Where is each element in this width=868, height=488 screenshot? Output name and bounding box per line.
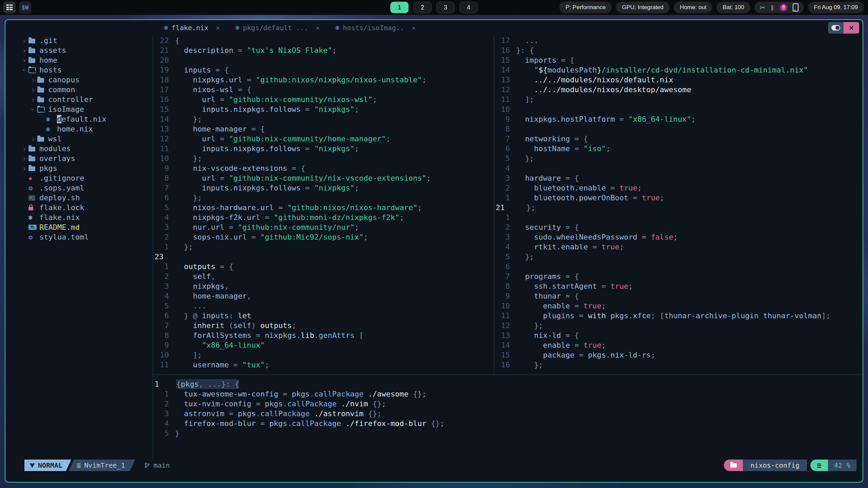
tree-item-overlays[interactable]: ›overlays — [5, 154, 153, 163]
flake-nix-line[interactable]: 6 }; — [153, 193, 494, 203]
isoimage-default-nix-line[interactable]: 15 imports = [ — [494, 55, 863, 65]
workspace-3[interactable]: 3 — [436, 2, 455, 13]
chevron-closed-icon[interactable]: › — [29, 76, 37, 84]
toggle-button[interactable] — [828, 22, 844, 34]
isoimage-default-nix-line[interactable]: 5 }; — [494, 154, 863, 163]
pkgs-default-nix-line[interactable]: 3 astronvim = pkgs.callPackage ./astronv… — [153, 409, 863, 419]
chevron-closed-icon[interactable]: › — [20, 46, 28, 55]
tab-close-icon[interactable]: × — [216, 24, 220, 32]
tree-item-home[interactable]: ›home — [5, 55, 153, 65]
tab-flake-nix[interactable]: ❄flake.nix× — [159, 20, 225, 36]
isoimage-default-nix-line[interactable]: 4 rtkit.enable = true; — [494, 242, 863, 252]
tree-item-wsl[interactable]: ›wsl — [5, 134, 153, 144]
tree-item-canopus[interactable]: ›canopus — [5, 75, 153, 85]
phone-icon[interactable] — [793, 3, 798, 12]
isoimage-default-nix-line[interactable]: 10 — [494, 104, 863, 114]
tree-item-controller[interactable]: ›controller — [5, 95, 153, 104]
pkgs-default-nix-line[interactable]: 2 tux-nvim-config = pkgs.callPackage ./n… — [153, 399, 863, 409]
flake-nix-line[interactable]: 22{ — [153, 36, 494, 45]
workspace-1[interactable]: 1 — [390, 2, 409, 13]
isoimage-default-nix-line[interactable]: 3 sudo.wheelNeedsPassword = false; — [494, 232, 863, 242]
isoimage-default-nix-line[interactable]: 6 — [494, 262, 863, 271]
flake-nix-line[interactable]: 7 inputs.nixpkgs.follows = "nixpkgs"; — [153, 183, 494, 193]
flake-nix-line[interactable]: 18 nixpkgs.url = "github:nixos/nixpkgs/n… — [153, 75, 494, 85]
chevron-closed-icon[interactable]: › — [29, 96, 37, 104]
chevron-closed-icon[interactable]: › — [20, 56, 28, 64]
tree-item--gitignore[interactable]: ◆.gitignore — [5, 173, 153, 183]
isoimage-default-nix-line[interactable]: 15 package = pkgs.nix-ld-rs; — [494, 350, 863, 360]
tree-item-modules[interactable]: ›modules — [5, 144, 153, 154]
isoimage-default-nix-line[interactable]: 9 nixpkgs.hostPlatform = "x86_64-linux"; — [494, 114, 863, 124]
isoimage-default-nix-line[interactable]: 8 — [494, 124, 863, 134]
flake-nix-line[interactable]: 7 inherit (self) outputs; — [153, 321, 494, 330]
isoimage-default-nix-line[interactable]: 12 ../../modules/nixos/desktop/awesome — [494, 85, 863, 95]
pkgs-default-nix-line[interactable]: 4 firefox-mod-blur = pkgs.callPackage ./… — [153, 419, 863, 428]
isoimage-default-nix-line[interactable]: 7 networking = { — [494, 134, 863, 144]
pkgs-default-nix-line[interactable]: 1 tux-awesome-wm-config = pkgs.callPacka… — [153, 389, 863, 399]
isoimage-default-nix-line[interactable]: 4 — [494, 163, 863, 173]
flake-nix-line[interactable]: 4 home-manager, — [153, 291, 494, 301]
flake-nix-line[interactable]: 1 }; — [153, 242, 494, 252]
isoimage-default-nix-line[interactable]: 14 "${modulesPath}/installer/cd-dvd/inst… — [494, 65, 863, 75]
tree-item-home-nix[interactable]: ❄home.nix — [5, 124, 153, 134]
tree-item-assets[interactable]: ›assets — [5, 45, 153, 55]
chevron-closed-icon[interactable]: › — [20, 37, 28, 45]
flake-nix-line[interactable]: 10 }; — [153, 154, 494, 163]
workspace-4[interactable]: 4 — [459, 2, 478, 13]
isoimage-default-nix-line[interactable]: 11 ]; — [494, 95, 863, 104]
flake-nix-line[interactable]: 8 forAllSystems = nixpkgs.lib.genAttrs [ — [153, 330, 494, 340]
isoimage-default-nix-line[interactable]: 5 }; — [494, 252, 863, 262]
isoimage-default-nix-line[interactable]: 1 bluetooth.powerOnBoot = true; — [494, 193, 863, 203]
flake-nix-line[interactable]: 10 ]; — [153, 350, 494, 360]
isoimage-default-nix-line[interactable]: 21 }; — [494, 203, 863, 212]
chevron-open-icon[interactable]: › — [29, 105, 37, 114]
chevron-open-icon[interactable]: › — [20, 66, 28, 74]
flake-nix-line[interactable]: 21 description = "tux's NixOS Flake"; — [153, 45, 494, 55]
isoimage-default-nix-line[interactable]: 3 hardware = { — [494, 173, 863, 183]
isoimage-default-nix-line[interactable]: 6 hostName = "iso"; — [494, 144, 863, 154]
isoimage-default-nix-line[interactable]: 1 — [494, 212, 863, 222]
chevron-closed-icon[interactable]: › — [20, 164, 28, 172]
tab-pkgs-default-[interactable]: ❄pkgs/default ...× — [230, 20, 325, 36]
isoimage-default-nix-line[interactable]: 10 enable = true; — [494, 301, 863, 311]
tree-item-flake-nix[interactable]: ❄flake.nix — [5, 212, 153, 222]
isoimage-default-nix-line[interactable]: 2 security = { — [494, 222, 863, 232]
isoimage-default-nix-line[interactable]: 7 programs = { — [494, 271, 863, 281]
flake-nix-line[interactable]: 17 nixos-wsl = { — [153, 85, 494, 95]
flake-nix-line[interactable]: 5 nixos-hardware.url = "github:nixos/nix… — [153, 203, 494, 212]
workspace-2[interactable]: 2 — [413, 2, 432, 13]
flake-nix-line[interactable]: 9 nix-vscode-extensions = { — [153, 163, 494, 173]
isoimage-default-nix-line[interactable]: 16 }; — [494, 360, 863, 370]
isoimage-default-nix-line[interactable]: 13 nix-ld = { — [494, 330, 863, 340]
chevron-closed-icon[interactable]: › — [20, 145, 28, 153]
flake-nix-line[interactable]: 12 url = "github:nix-community/home-mana… — [153, 134, 494, 144]
bluetooth-icon[interactable]: ᛒ — [771, 4, 774, 11]
flake-nix-line[interactable]: 3 nur.url = "github:nix-community/nur"; — [153, 222, 494, 232]
tree-item-isoImage[interactable]: ›isoImage — [5, 104, 153, 114]
tree-item-pkgs[interactable]: ›pkgs — [5, 163, 153, 173]
tree-item-deploy-sh[interactable]: >_deploy.sh — [5, 193, 153, 203]
isoimage-default-nix-line[interactable]: 16}: { — [494, 45, 863, 55]
chevron-closed-icon[interactable]: › — [20, 155, 28, 163]
tree-item-hosts[interactable]: ›hosts — [5, 65, 153, 75]
isoimage-default-nix-line[interactable]: 14 enable = true; — [494, 340, 863, 350]
flake-nix-line[interactable]: 8 url = "github:nix-community/nix-vscode… — [153, 173, 494, 183]
chevron-closed-icon[interactable]: › — [29, 86, 37, 94]
flake-nix-line[interactable]: 11 inputs.nixpkgs.follows = "nixpkgs"; — [153, 144, 494, 154]
flake-nix-line[interactable]: 6 } @ inputs: let — [153, 311, 494, 321]
flake-nix-line[interactable]: 20 — [153, 55, 494, 65]
isoimage-default-nix-line[interactable]: 9 thunar = { — [494, 291, 863, 301]
isoimage-default-nix-line[interactable]: 12 }; — [494, 321, 863, 330]
flake-nix-line[interactable]: 15 inputs.nixpkgs.follows = "nixpkgs"; — [153, 104, 494, 114]
tree-item-flake-lock[interactable]: flake.lock — [5, 203, 153, 212]
pkgs-default-nix-line[interactable]: 5} — [153, 428, 863, 438]
isoimage-default-nix-line[interactable]: 13 ../../modules/nixos/default.nix — [494, 75, 863, 85]
tree-item-default-nix[interactable]: ❄default.nix — [5, 114, 153, 124]
flake-nix-line[interactable]: 23 — [153, 252, 494, 262]
flake-nix-line[interactable]: 16 url = "github:nix-community/nixos-wsl… — [153, 95, 494, 104]
close-window-button[interactable]: × — [844, 22, 859, 34]
flake-nix-line[interactable]: 19 inputs = { — [153, 65, 494, 75]
flake-nix-line[interactable]: 3 nixpkgs, — [153, 281, 494, 291]
flake-nix-line[interactable]: 4 nixpkgs-f2k.url = "github:moni-dz/nixp… — [153, 212, 494, 222]
tray-icons-pill[interactable]: ✂ ᛒ — [754, 2, 804, 13]
